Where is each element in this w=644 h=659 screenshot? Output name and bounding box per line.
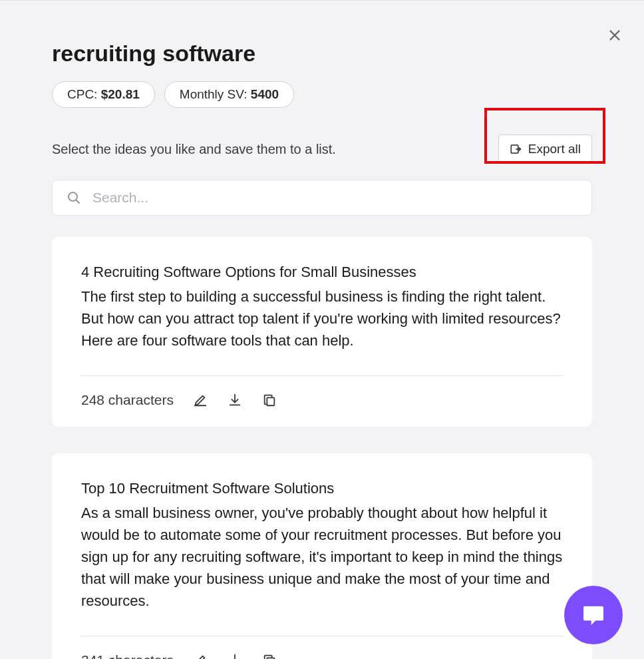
- chat-fab[interactable]: [564, 586, 623, 644]
- idea-card: Top 10 Recruitment Software Solutions As…: [52, 453, 592, 659]
- card-divider: [81, 375, 563, 376]
- metrics-row: CPC: $20.81 Monthly SV: 5400: [52, 81, 592, 108]
- copy-icon: [262, 653, 277, 659]
- search-container[interactable]: [52, 180, 592, 216]
- export-all-button[interactable]: Export all: [498, 134, 592, 164]
- svg-line-5: [77, 200, 80, 204]
- copy-icon: [262, 393, 277, 407]
- edit-icon: [193, 653, 208, 659]
- search-input[interactable]: [92, 190, 578, 206]
- idea-title: 4 Recruiting Software Options for Small …: [81, 261, 563, 283]
- idea-title: Top 10 Recruitment Software Solutions: [81, 477, 563, 499]
- card-divider: [81, 636, 563, 636]
- cpc-pill: CPC: $20.81: [52, 81, 155, 108]
- char-count: 341 characters: [81, 652, 174, 659]
- toolbar-row: Select the ideas you like and save them …: [52, 134, 592, 164]
- idea-card: 4 Recruiting Software Options for Small …: [52, 237, 592, 427]
- main-container: recruiting software CPC: $20.81 Monthly …: [0, 1, 644, 659]
- sv-label: Monthly SV:: [180, 87, 251, 101]
- card-footer: 341 characters: [81, 652, 563, 659]
- export-label: Export all: [528, 142, 581, 156]
- copy-button[interactable]: [261, 652, 277, 659]
- edit-button[interactable]: [192, 652, 208, 659]
- sv-value: 5400: [251, 87, 279, 101]
- chat-icon: [580, 602, 607, 628]
- cpc-value: $20.81: [101, 87, 140, 101]
- sv-pill: Monthly SV: 5400: [164, 81, 294, 108]
- edit-icon: [193, 393, 208, 407]
- edit-button[interactable]: [192, 392, 208, 408]
- page-title: recruiting software: [52, 41, 592, 67]
- idea-body: The first step to building a successful …: [81, 286, 563, 351]
- instruction-text: Select the ideas you like and save them …: [52, 142, 336, 157]
- cpc-label: CPC:: [67, 87, 101, 101]
- download-icon: [228, 393, 242, 407]
- search-icon: [66, 190, 82, 206]
- char-count: 248 characters: [81, 392, 174, 408]
- download-button[interactable]: [227, 652, 243, 659]
- download-icon: [228, 653, 242, 659]
- card-footer: 248 characters: [81, 392, 563, 408]
- download-button[interactable]: [227, 392, 243, 408]
- idea-body: As a small business owner, you've probab…: [81, 502, 563, 612]
- export-icon: [510, 143, 522, 155]
- copy-button[interactable]: [261, 392, 277, 408]
- svg-rect-9: [267, 397, 274, 405]
